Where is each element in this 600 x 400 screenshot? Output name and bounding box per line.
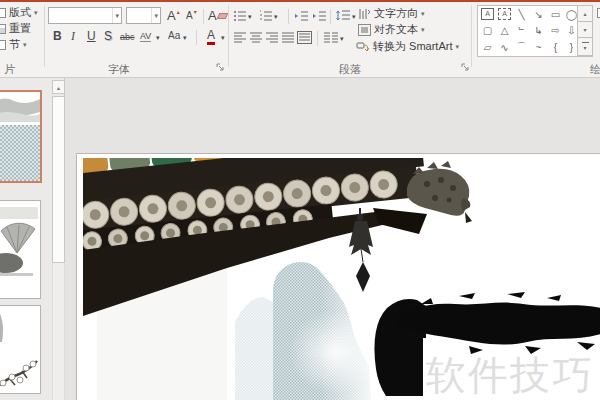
right-arrow-shape-icon[interactable]: ⇨ [547, 22, 564, 38]
text-direction-button[interactable]: 文字方向 ▾ [358, 6, 425, 21]
eraser-icon [216, 13, 228, 19]
left-brace-shape-icon[interactable]: { [547, 39, 564, 55]
slide-thumbnail-3[interactable] [0, 305, 41, 394]
line-spacing-arrow-icon[interactable]: ▾ [352, 13, 356, 20]
text-direction-label: 文字方向 [374, 6, 418, 21]
font-name-combobox[interactable]: ▾ [48, 7, 122, 24]
powerpoint-window: 版式 ▾ 重置 节 ▾ 片 ▾ ▾ A ▴ A ▾ [0, 0, 600, 400]
decrease-indent-button[interactable] [294, 10, 309, 22]
triangle-shape-icon[interactable]: △ [496, 22, 513, 38]
columns-arrow-icon[interactable]: ▾ [340, 35, 344, 42]
align-text-label: 对齐文本 [374, 22, 418, 37]
numbering-button[interactable] [259, 10, 273, 22]
elbow-connector-shape-icon[interactable]: ⌐ [513, 22, 530, 38]
bullets-arrow-icon[interactable]: ▾ [248, 13, 252, 20]
layout-button[interactable]: 版式 ▾ [0, 5, 38, 20]
divider [288, 9, 289, 24]
chevron-down-icon: ▾ [421, 26, 425, 33]
reset-label: 重置 [9, 21, 31, 36]
chevron-down-icon: ▾ [23, 41, 27, 48]
font-color-arrow-icon[interactable]: ▾ [221, 34, 225, 41]
change-case-button[interactable]: Aa [168, 30, 180, 41]
slide-thumbnail-2[interactable] [0, 200, 41, 299]
shapes-gallery: A A ╲ ↘ ▭ ◯ ▢ △ ⌐ ↳ ⇨ ⇩ ▱ ∿ ⌒ ~ { } ▴ ▾ … [477, 5, 593, 57]
thumbnail-scrollbar-thumb[interactable] [52, 96, 65, 263]
freeform-shape-icon[interactable]: ▱ [479, 39, 496, 55]
vertical-text-box-shape-icon[interactable]: A [496, 6, 513, 22]
grow-font-button[interactable]: A ▴ [167, 8, 180, 23]
chevron-down-icon[interactable]: ▾ [151, 8, 160, 23]
slide-canvas: 软件技巧 [66, 78, 600, 400]
ribbon: 版式 ▾ 重置 节 ▾ 片 ▾ ▾ A ▴ A ▾ [0, 0, 600, 78]
character-spacing-button[interactable]: AV [140, 31, 151, 42]
align-center-button[interactable] [250, 32, 263, 43]
thumbnail-3-plum-branch [0, 306, 40, 393]
font-color-button[interactable]: A [207, 29, 215, 45]
roof-step-shadow [373, 208, 427, 234]
bullets-button[interactable] [233, 10, 247, 22]
group-divider [471, 5, 472, 67]
chevron-down-icon: ▾ [421, 10, 425, 17]
convert-to-smartart-button[interactable]: 转换为 SmartArt ▾ [356, 39, 459, 54]
line-spacing-button[interactable] [336, 9, 351, 22]
align-left-button[interactable] [234, 32, 247, 43]
underline-button[interactable]: U [87, 29, 96, 43]
divider [330, 9, 331, 24]
divider [196, 30, 197, 45]
bold-button[interactable]: B [53, 29, 62, 43]
shrink-font-button[interactable]: A ▾ [186, 10, 197, 21]
gallery-scroll-down-button[interactable]: ▾ [577, 22, 592, 38]
divider [317, 31, 318, 46]
reset-icon [0, 24, 6, 34]
character-spacing-arrow-icon[interactable]: ▾ [156, 34, 160, 41]
thumbnail-1-mountains [0, 92, 40, 126]
text-shadow-button[interactable]: S [104, 29, 112, 43]
increase-indent-button[interactable] [312, 10, 327, 22]
font-size-combobox[interactable]: ▾ [126, 7, 161, 24]
font-dialog-launcher[interactable] [216, 63, 225, 72]
distribute-text-button[interactable] [297, 31, 312, 44]
grow-font-caret-icon: ▴ [177, 8, 180, 15]
reset-button[interactable]: 重置 [0, 21, 31, 36]
content-area: ▴ [0, 78, 600, 400]
thumbnail-2-ink-painting [0, 201, 40, 298]
chevron-down-icon[interactable]: ▾ [112, 8, 121, 23]
thumbnail-1-texture [0, 125, 40, 181]
justify-button[interactable] [282, 32, 295, 43]
slide-editing-surface[interactable]: 软件技巧 [76, 153, 600, 400]
rounded-rectangle-shape-icon[interactable]: ▢ [479, 22, 496, 38]
curve-shape-icon[interactable]: ~ [530, 39, 547, 55]
paragraph-group-label: 段落 [339, 62, 361, 77]
chevron-down-icon: ▾ [34, 9, 38, 16]
gallery-scroll-up-button[interactable]: ▴ [577, 6, 592, 22]
rectangle-shape-icon[interactable]: ▭ [547, 6, 564, 22]
italic-button[interactable]: I [71, 29, 75, 44]
change-case-arrow-icon[interactable]: ▾ [183, 34, 187, 41]
group-divider [44, 5, 45, 67]
elbow-arrow-shape-icon[interactable]: ↳ [530, 22, 547, 38]
font-group-label: 字体 [108, 62, 130, 77]
numbering-arrow-icon[interactable]: ▾ [274, 13, 278, 20]
text-box-shape-icon[interactable]: A [479, 6, 496, 22]
painted-beams-row-1 [77, 154, 411, 157]
gallery-more-button[interactable]: ▾ [577, 38, 592, 56]
align-text-button[interactable]: 对齐文本 ▾ [358, 22, 425, 37]
clear-formatting-button[interactable]: A [208, 8, 227, 23]
thumbnail-scroll-up-button[interactable]: ▴ [52, 80, 65, 94]
thumbnail-scrollbar-track[interactable] [52, 263, 65, 400]
strikethrough-button[interactable]: abc [120, 32, 135, 42]
section-button[interactable]: 节 ▾ [0, 37, 27, 52]
section-label: 节 [9, 37, 20, 52]
smartart-label: 转换为 SmartArt [373, 39, 452, 54]
columns-button[interactable] [324, 32, 338, 43]
paragraph-dialog-launcher[interactable] [461, 63, 470, 72]
layout-icon [0, 8, 6, 18]
slide-thumbnail-1-selected[interactable] [0, 90, 42, 183]
arc-shape-icon[interactable]: ⌒ [513, 39, 530, 55]
align-right-button[interactable] [266, 32, 279, 43]
layout-label: 版式 [9, 5, 31, 20]
line-shape-icon[interactable]: ╲ [513, 6, 530, 22]
slide-caption-text[interactable]: 软件技巧 [426, 354, 594, 396]
arrow-shape-icon[interactable]: ↘ [530, 6, 547, 22]
scribble-shape-icon[interactable]: ∿ [496, 39, 513, 55]
